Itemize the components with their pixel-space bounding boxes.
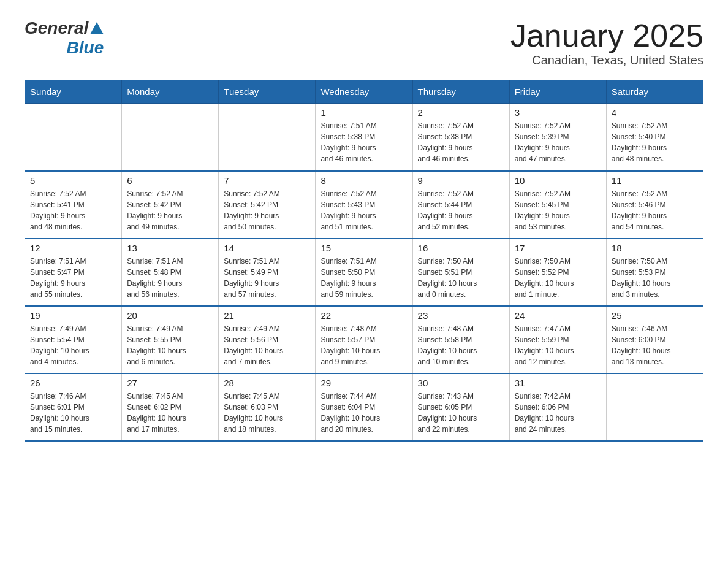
day-number: 17: [515, 243, 601, 253]
calendar-cell: [219, 104, 316, 171]
title-block: January 2025 Canadian, Texas, United Sta…: [510, 18, 703, 67]
calendar-cell: [122, 104, 219, 171]
logo-general-text: General: [25, 18, 88, 38]
calendar-cell: 18Sunrise: 7:50 AM Sunset: 5:53 PM Dayli…: [606, 239, 703, 306]
day-info: Sunrise: 7:52 AM Sunset: 5:43 PM Dayligh…: [320, 188, 407, 232]
day-number: 6: [127, 175, 213, 186]
calendar-header-row: SundayMondayTuesdayWednesdayThursdayFrid…: [25, 80, 703, 104]
day-number: 31: [515, 378, 601, 388]
calendar-cell: 15Sunrise: 7:51 AM Sunset: 5:50 PM Dayli…: [316, 239, 412, 306]
page-title: January 2025: [510, 18, 703, 53]
day-number: 2: [418, 107, 504, 118]
day-info: Sunrise: 7:49 AM Sunset: 5:54 PM Dayligh…: [30, 323, 116, 367]
day-info: Sunrise: 7:48 AM Sunset: 5:57 PM Dayligh…: [320, 323, 407, 367]
day-number: 21: [224, 310, 310, 321]
day-number: 18: [612, 243, 698, 253]
calendar-week-row: 26Sunrise: 7:46 AM Sunset: 6:01 PM Dayli…: [25, 373, 703, 441]
calendar-header-wednesday: Wednesday: [316, 80, 412, 104]
calendar-week-row: 5Sunrise: 7:52 AM Sunset: 5:41 PM Daylig…: [25, 171, 703, 239]
day-info: Sunrise: 7:49 AM Sunset: 5:55 PM Dayligh…: [127, 323, 213, 367]
calendar-cell: 28Sunrise: 7:45 AM Sunset: 6:03 PM Dayli…: [219, 373, 316, 441]
calendar-header-friday: Friday: [509, 80, 606, 104]
day-info: Sunrise: 7:45 AM Sunset: 6:03 PM Dayligh…: [224, 391, 310, 435]
logo-triangle-icon: [90, 22, 104, 34]
day-number: 20: [127, 310, 213, 321]
day-number: 13: [127, 243, 213, 253]
day-info: Sunrise: 7:51 AM Sunset: 5:47 PM Dayligh…: [30, 256, 116, 300]
day-info: Sunrise: 7:51 AM Sunset: 5:50 PM Dayligh…: [320, 256, 407, 300]
day-info: Sunrise: 7:50 AM Sunset: 5:52 PM Dayligh…: [515, 256, 601, 300]
calendar-cell: 24Sunrise: 7:47 AM Sunset: 5:59 PM Dayli…: [509, 306, 606, 373]
calendar-cell: 17Sunrise: 7:50 AM Sunset: 5:52 PM Dayli…: [509, 239, 606, 306]
day-number: 29: [320, 378, 407, 388]
day-number: 8: [320, 175, 407, 186]
day-info: Sunrise: 7:43 AM Sunset: 6:05 PM Dayligh…: [418, 391, 504, 435]
calendar-cell: 5Sunrise: 7:52 AM Sunset: 5:41 PM Daylig…: [25, 171, 122, 239]
calendar-cell: 16Sunrise: 7:50 AM Sunset: 5:51 PM Dayli…: [412, 239, 509, 306]
calendar-cell: 23Sunrise: 7:48 AM Sunset: 5:58 PM Dayli…: [412, 306, 509, 373]
calendar-cell: 13Sunrise: 7:51 AM Sunset: 5:48 PM Dayli…: [122, 239, 219, 306]
logo-blue-text: Blue: [67, 38, 104, 58]
day-info: Sunrise: 7:52 AM Sunset: 5:45 PM Dayligh…: [515, 188, 601, 232]
day-info: Sunrise: 7:52 AM Sunset: 5:38 PM Dayligh…: [418, 120, 504, 164]
calendar-cell: 31Sunrise: 7:42 AM Sunset: 6:06 PM Dayli…: [509, 373, 606, 441]
calendar-cell: 7Sunrise: 7:52 AM Sunset: 5:42 PM Daylig…: [219, 171, 316, 239]
day-number: 22: [320, 310, 407, 321]
logo: General Blue: [25, 18, 104, 58]
day-info: Sunrise: 7:50 AM Sunset: 5:53 PM Dayligh…: [612, 256, 698, 300]
day-info: Sunrise: 7:42 AM Sunset: 6:06 PM Dayligh…: [515, 391, 601, 435]
calendar-cell: 25Sunrise: 7:46 AM Sunset: 6:00 PM Dayli…: [606, 306, 703, 373]
day-number: 4: [612, 107, 698, 118]
day-number: 25: [612, 310, 698, 321]
calendar-cell: 22Sunrise: 7:48 AM Sunset: 5:57 PM Dayli…: [316, 306, 412, 373]
page-subtitle: Canadian, Texas, United States: [510, 53, 703, 67]
calendar-cell: 30Sunrise: 7:43 AM Sunset: 6:05 PM Dayli…: [412, 373, 509, 441]
day-info: Sunrise: 7:52 AM Sunset: 5:41 PM Dayligh…: [30, 188, 116, 232]
calendar-cell: 4Sunrise: 7:52 AM Sunset: 5:40 PM Daylig…: [606, 104, 703, 171]
calendar-cell: 9Sunrise: 7:52 AM Sunset: 5:44 PM Daylig…: [412, 171, 509, 239]
day-number: 24: [515, 310, 601, 321]
day-info: Sunrise: 7:51 AM Sunset: 5:38 PM Dayligh…: [320, 120, 407, 164]
calendar-cell: 21Sunrise: 7:49 AM Sunset: 5:56 PM Dayli…: [219, 306, 316, 373]
calendar-header-tuesday: Tuesday: [219, 80, 316, 104]
day-info: Sunrise: 7:46 AM Sunset: 6:01 PM Dayligh…: [30, 391, 116, 435]
calendar-cell: 8Sunrise: 7:52 AM Sunset: 5:43 PM Daylig…: [316, 171, 412, 239]
day-info: Sunrise: 7:50 AM Sunset: 5:51 PM Dayligh…: [418, 256, 504, 300]
day-number: 5: [30, 175, 116, 186]
calendar-cell: 10Sunrise: 7:52 AM Sunset: 5:45 PM Dayli…: [509, 171, 606, 239]
day-info: Sunrise: 7:51 AM Sunset: 5:49 PM Dayligh…: [224, 256, 310, 300]
day-info: Sunrise: 7:51 AM Sunset: 5:48 PM Dayligh…: [127, 256, 213, 300]
day-number: 7: [224, 175, 310, 186]
calendar-cell: 6Sunrise: 7:52 AM Sunset: 5:42 PM Daylig…: [122, 171, 219, 239]
day-number: 9: [418, 175, 504, 186]
day-number: 15: [320, 243, 407, 253]
calendar-cell: 26Sunrise: 7:46 AM Sunset: 6:01 PM Dayli…: [25, 373, 122, 441]
day-number: 11: [612, 175, 698, 186]
calendar-table: SundayMondayTuesdayWednesdayThursdayFrid…: [25, 80, 703, 442]
day-number: 10: [515, 175, 601, 186]
day-info: Sunrise: 7:52 AM Sunset: 5:42 PM Dayligh…: [127, 188, 213, 232]
calendar-header-thursday: Thursday: [412, 80, 509, 104]
day-number: 27: [127, 378, 213, 388]
calendar-cell: 20Sunrise: 7:49 AM Sunset: 5:55 PM Dayli…: [122, 306, 219, 373]
calendar-cell: 12Sunrise: 7:51 AM Sunset: 5:47 PM Dayli…: [25, 239, 122, 306]
calendar-cell: 3Sunrise: 7:52 AM Sunset: 5:39 PM Daylig…: [509, 104, 606, 171]
day-info: Sunrise: 7:52 AM Sunset: 5:46 PM Dayligh…: [612, 188, 698, 232]
page-header: General Blue January 2025 Canadian, Texa…: [25, 18, 703, 67]
calendar-header-saturday: Saturday: [606, 80, 703, 104]
day-info: Sunrise: 7:52 AM Sunset: 5:44 PM Dayligh…: [418, 188, 504, 232]
calendar-cell: 1Sunrise: 7:51 AM Sunset: 5:38 PM Daylig…: [316, 104, 412, 171]
day-number: 14: [224, 243, 310, 253]
calendar-week-row: 12Sunrise: 7:51 AM Sunset: 5:47 PM Dayli…: [25, 239, 703, 306]
day-number: 16: [418, 243, 504, 253]
calendar-cell: 27Sunrise: 7:45 AM Sunset: 6:02 PM Dayli…: [122, 373, 219, 441]
day-info: Sunrise: 7:47 AM Sunset: 5:59 PM Dayligh…: [515, 323, 601, 367]
day-info: Sunrise: 7:49 AM Sunset: 5:56 PM Dayligh…: [224, 323, 310, 367]
day-number: 28: [224, 378, 310, 388]
day-info: Sunrise: 7:52 AM Sunset: 5:40 PM Dayligh…: [612, 120, 698, 164]
calendar-header-monday: Monday: [122, 80, 219, 104]
calendar-header-sunday: Sunday: [25, 80, 122, 104]
calendar-week-row: 1Sunrise: 7:51 AM Sunset: 5:38 PM Daylig…: [25, 104, 703, 171]
calendar-cell: 29Sunrise: 7:44 AM Sunset: 6:04 PM Dayli…: [316, 373, 412, 441]
day-number: 1: [320, 107, 407, 118]
